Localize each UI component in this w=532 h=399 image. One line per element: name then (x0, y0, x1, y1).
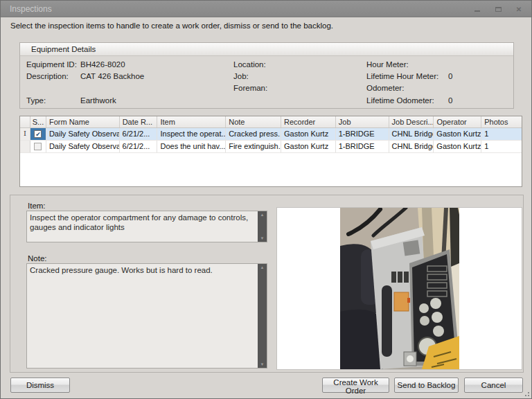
column-header-date[interactable]: Date R... (120, 116, 158, 127)
note-scrollbar[interactable]: ▲ ▼ (258, 264, 267, 368)
column-header-select[interactable]: S... (30, 116, 46, 127)
column-header-operator[interactable]: Operator (434, 116, 481, 127)
column-header-recorder[interactable]: Recorder (281, 116, 336, 127)
checkbox-checked-icon[interactable]: ✔ (34, 130, 42, 138)
job-label: Job: (233, 72, 249, 80)
cell-job-desc[interactable]: CHNL Bridge (389, 141, 434, 152)
scroll-down-icon[interactable]: ▼ (260, 235, 265, 242)
photo-panel (276, 207, 522, 370)
equipment-details-group: Equipment Details Equipment ID: BH426-80… (19, 42, 514, 109)
cell-photos[interactable]: 1 (481, 141, 522, 152)
cell-photos[interactable]: 1 (481, 128, 522, 140)
close-icon: ✕ (516, 6, 522, 13)
table-row[interactable]: Daily Safety Observa... 6/21/2... Does t… (20, 141, 522, 153)
inspection-grid: S... Form Name Date R... Item Note Recor… (19, 116, 522, 187)
item-textbox[interactable]: Inspect the operator compartment for any… (26, 211, 267, 242)
note-textbox[interactable]: Cracked pressure gauge. Works but is har… (26, 263, 267, 369)
lifetime-odometer-label: Lifetime Odometer: (366, 96, 434, 105)
description-value: CAT 426 Backhoe (80, 72, 144, 80)
cell-date[interactable]: 6/21/2... (120, 128, 158, 140)
lifetime-hour-meter-value: 0 (448, 72, 452, 80)
close-button[interactable]: ✕ (513, 4, 524, 14)
column-header-photos[interactable]: Photos (481, 116, 522, 127)
cell-job[interactable]: 1-BRIDGE (336, 128, 389, 140)
scroll-up-icon[interactable]: ▲ (260, 211, 265, 218)
grid-header-row: S... Form Name Date R... Item Note Recor… (20, 116, 522, 128)
cell-form-name[interactable]: Daily Safety Observa... (46, 141, 120, 152)
title-bar[interactable]: Inspections ✕ (1, 1, 531, 17)
instruction-text: Select the inspection items to handle to… (10, 21, 333, 30)
detail-panel: Item: Inspect the operator compartment f… (10, 195, 524, 373)
cancel-button[interactable]: Cancel (464, 378, 523, 393)
select-cell[interactable]: ✔ (30, 128, 46, 140)
scroll-up-icon[interactable]: ▲ (260, 264, 265, 271)
equipment-id-value: BH426-8020 (80, 60, 125, 69)
cell-operator[interactable]: Gaston Kurtz (434, 128, 481, 140)
cell-item[interactable]: Does the unit hav... (157, 141, 226, 152)
cell-note[interactable]: Fire extinguish... (226, 141, 281, 152)
scroll-down-icon[interactable]: ▼ (260, 361, 265, 368)
column-header-note[interactable]: Note (226, 116, 281, 127)
window-title: Inspections (10, 4, 52, 14)
odometer-label: Odometer: (366, 84, 404, 92)
item-label: Item: (28, 202, 46, 210)
maximize-icon (495, 7, 502, 12)
cell-note[interactable]: Cracked press... (226, 128, 281, 140)
cell-job[interactable]: 1-BRIDGE (336, 141, 389, 152)
dismiss-button[interactable]: Dismiss (10, 378, 70, 393)
note-text: Cracked pressure gauge. Works but is har… (30, 265, 256, 275)
description-label: Description: (26, 72, 69, 80)
minimize-icon (475, 10, 480, 12)
cell-recorder[interactable]: Gaston Kurtz (281, 141, 336, 152)
row-indicator-header (20, 116, 30, 127)
current-row-indicator-icon: I (20, 128, 30, 140)
foreman-label: Foreman: (233, 84, 267, 92)
note-label: Note: (28, 254, 47, 263)
item-text: Inspect the operator compartment for any… (30, 213, 256, 232)
column-header-form-name[interactable]: Form Name (46, 116, 120, 127)
cell-item[interactable]: Inspect the operat... (157, 128, 226, 140)
type-value: Earthwork (80, 96, 116, 105)
hour-meter-label: Hour Meter: (366, 60, 409, 69)
send-to-backlog-button[interactable]: Send to Backlog (394, 378, 459, 393)
select-cell[interactable] (30, 141, 46, 152)
column-header-job-desc[interactable]: Job Descri... (389, 116, 434, 127)
inspections-dialog: Inspections ✕ Select the inspection item… (0, 0, 532, 399)
column-header-job[interactable]: Job (336, 116, 389, 127)
table-row[interactable]: I ✔ Daily Safety Observa... 6/21/2... In… (20, 128, 522, 141)
equipment-details-title: Equipment Details (20, 45, 96, 53)
cell-date[interactable]: 6/21/2... (120, 141, 158, 152)
cell-recorder[interactable]: Gaston Kurtz (281, 128, 336, 140)
equipment-details-header: Equipment Details (20, 43, 513, 56)
row-indicator-cell (20, 141, 30, 152)
lifetime-odometer-value: 0 (448, 96, 452, 105)
cell-form-name[interactable]: Daily Safety Observa... (46, 128, 120, 140)
maximize-button[interactable] (493, 4, 504, 14)
cell-operator[interactable]: Gaston Kurtz (434, 141, 481, 152)
checkbox-unchecked-icon[interactable] (34, 143, 42, 150)
equipment-id-label: Equipment ID: (26, 60, 77, 69)
create-work-order-button[interactable]: Create Work Order (322, 378, 389, 393)
equipment-photo (340, 208, 459, 369)
item-scrollbar[interactable]: ▲ ▼ (258, 211, 267, 242)
minimize-button[interactable] (472, 4, 483, 14)
lifetime-hour-meter-label: Lifetime Hour Meter: (366, 72, 438, 80)
cell-job-desc[interactable]: CHNL Bridge (389, 128, 434, 140)
location-label: Location: (233, 60, 266, 69)
type-label: Type: (26, 96, 46, 105)
column-header-item[interactable]: Item (157, 116, 226, 127)
resize-grip[interactable] (523, 390, 530, 397)
